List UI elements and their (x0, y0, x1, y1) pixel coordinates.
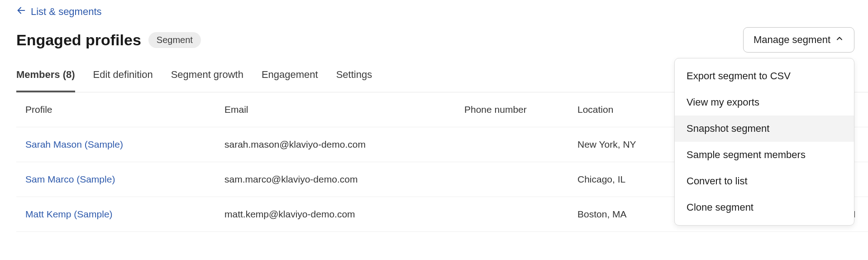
dropdown-item[interactable]: Clone segment (675, 194, 854, 221)
dropdown-item[interactable]: Snapshot segment (675, 116, 854, 142)
arrow-left-icon (16, 5, 26, 18)
email-cell: sarah.mason@klaviyo-demo.com (224, 139, 464, 150)
tab[interactable]: Members (8) (16, 69, 75, 92)
profile-link[interactable]: Matt Kemp (Sample) (25, 209, 224, 220)
manage-segment-label: Manage segment (754, 34, 830, 46)
dropdown-item[interactable]: Sample segment members (675, 142, 854, 168)
column-header: Phone number (464, 104, 577, 115)
dropdown-item[interactable]: Export segment to CSV (675, 63, 854, 89)
tab[interactable]: Engagement (262, 69, 318, 92)
profile-link[interactable]: Sarah Mason (Sample) (25, 139, 224, 150)
chevron-up-icon (835, 34, 844, 46)
column-header: Email (224, 104, 464, 115)
tab[interactable]: Edit definition (93, 69, 153, 92)
email-cell: sam.marco@klaviyo-demo.com (224, 174, 464, 185)
breadcrumb-back[interactable]: List & segments (16, 5, 868, 18)
column-header: Profile (25, 104, 224, 115)
dropdown-item[interactable]: Convert to list (675, 168, 854, 194)
tab[interactable]: Settings (336, 69, 372, 92)
dropdown-item[interactable]: View my exports (675, 89, 854, 116)
manage-segment-button[interactable]: Manage segment (743, 27, 854, 53)
tab[interactable]: Segment growth (171, 69, 243, 92)
page-title: Engaged profiles (16, 31, 141, 49)
profile-link[interactable]: Sam Marco (Sample) (25, 174, 224, 185)
manage-segment-dropdown: Export segment to CSVView my exportsSnap… (674, 58, 854, 226)
breadcrumb-label: List & segments (31, 6, 102, 18)
email-cell: matt.kemp@klaviyo-demo.com (224, 209, 464, 220)
segment-badge: Segment (148, 32, 201, 48)
